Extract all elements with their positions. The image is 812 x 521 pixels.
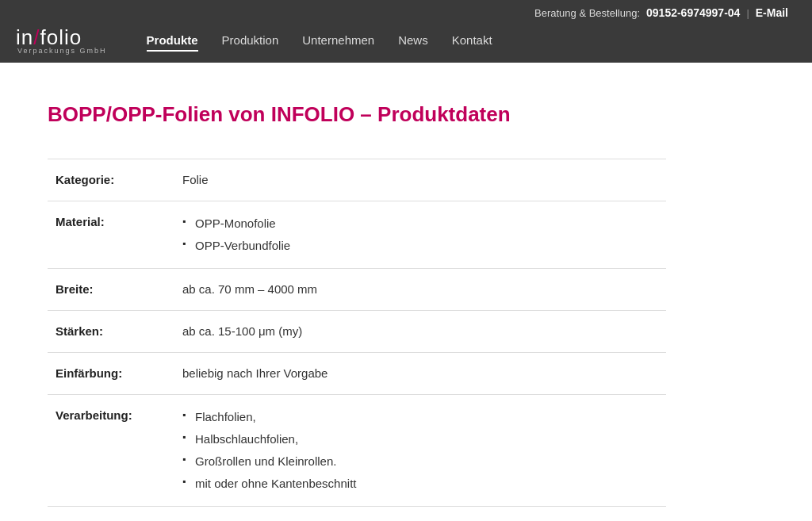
- row-label-2: Breite:: [48, 269, 174, 311]
- contact-label: Beratung & Bestellung:: [534, 7, 640, 19]
- product-data-table: Kategorie:FolieMaterial:OPP-MonofolieOPP…: [48, 159, 666, 507]
- main-content: BOPP/OPP-Folien von INFOLIO – Produktdat…: [0, 63, 714, 521]
- list-item: Großrollen und Kleinrollen.: [182, 450, 658, 473]
- table-row: Einfärbung:beliebig nach Ihrer Vorgabe: [48, 353, 666, 395]
- row-value-0: Folie: [174, 159, 666, 201]
- row-list-1: OPP-MonofolieOPP-Verbundfolie: [182, 213, 658, 257]
- email-link[interactable]: E-Mail: [756, 6, 788, 19]
- logo-subtitle: Verpackungs GmbH: [17, 47, 107, 55]
- row-label-4: Einfärbung:: [48, 353, 174, 395]
- nav-link-news[interactable]: News: [398, 33, 428, 50]
- row-value-5: Flachfolien,Halbschlauchfolien,Großrolle…: [174, 395, 666, 507]
- nav-link-produkte[interactable]: Produkte: [147, 33, 198, 52]
- nav-link-kontakt[interactable]: Kontakt: [452, 33, 492, 50]
- table-row: Breite:ab ca. 70 mm – 4000 mm: [48, 269, 666, 311]
- separator: |: [746, 7, 749, 19]
- row-value-4: beliebig nach Ihrer Vorgabe: [174, 353, 666, 395]
- nav-list: ProdukteProduktionUnternehmenNewsKontakt: [147, 33, 492, 47]
- nav-item-produktion[interactable]: Produktion: [222, 33, 279, 47]
- logo-in: in: [16, 25, 33, 49]
- logo-folio: folio: [40, 25, 82, 49]
- nav-link-unternehmen[interactable]: Unternehmen: [302, 33, 374, 50]
- logo[interactable]: in/folio Verpackungs GmbH: [16, 25, 107, 55]
- row-label-0: Kategorie:: [48, 159, 174, 201]
- row-value-2: ab ca. 70 mm – 4000 mm: [174, 269, 666, 311]
- nav-item-unternehmen[interactable]: Unternehmen: [302, 33, 374, 47]
- row-list-5: Flachfolien,Halbschlauchfolien,Großrolle…: [182, 406, 658, 495]
- row-label-3: Stärken:: [48, 311, 174, 353]
- nav-item-produkte[interactable]: Produkte: [147, 33, 198, 47]
- list-item: Flachfolien,: [182, 406, 658, 428]
- list-item: mit oder ohne Kantenbeschnitt: [182, 473, 658, 495]
- table-row: Stärken:ab ca. 15-100 μm (my): [48, 311, 666, 353]
- main-navigation: in/folio Verpackungs GmbH ProdukteProduk…: [0, 19, 812, 63]
- page-title: BOPP/OPP-Folien von INFOLIO – Produktdat…: [48, 102, 666, 127]
- site-header: Beratung & Bestellung: 09152-6974997-04 …: [0, 0, 812, 63]
- nav-item-kontakt[interactable]: Kontakt: [452, 33, 492, 47]
- row-value-3: ab ca. 15-100 μm (my): [174, 311, 666, 353]
- row-label-5: Verarbeitung:: [48, 395, 174, 507]
- phone-number: 09152-6974997-04: [646, 6, 740, 19]
- table-row: Verarbeitung:Flachfolien,Halbschlauchfol…: [48, 395, 666, 507]
- nav-link-produktion[interactable]: Produktion: [222, 33, 279, 50]
- nav-item-news[interactable]: News: [398, 33, 428, 47]
- list-item: Halbschlauchfolien,: [182, 428, 658, 450]
- table-row: Kategorie:Folie: [48, 159, 666, 201]
- header-top-bar: Beratung & Bestellung: 09152-6974997-04 …: [0, 0, 812, 19]
- list-item: OPP-Verbundfolie: [182, 235, 658, 257]
- row-value-1: OPP-MonofolieOPP-Verbundfolie: [174, 201, 666, 269]
- list-item: OPP-Monofolie: [182, 213, 658, 235]
- row-label-1: Material:: [48, 201, 174, 269]
- table-row: Material:OPP-MonofolieOPP-Verbundfolie: [48, 201, 666, 269]
